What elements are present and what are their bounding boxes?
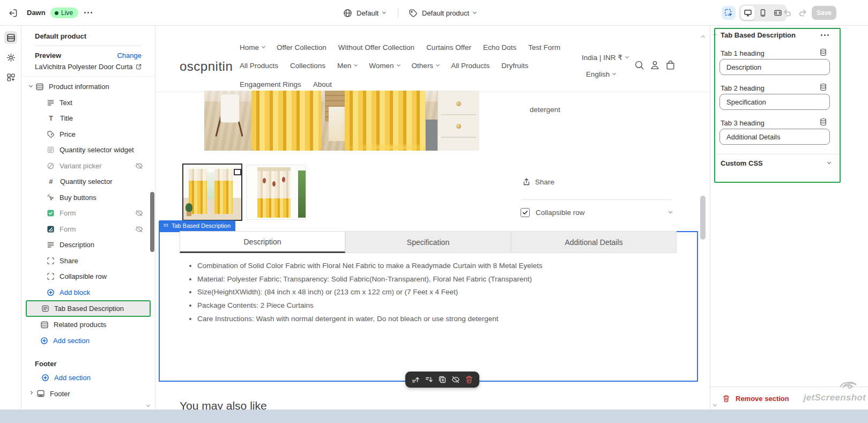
share-button[interactable]: Share [522, 177, 554, 186]
product-thumbnail-1-selected[interactable] [182, 164, 242, 221]
change-preview-link[interactable]: Change [117, 51, 142, 60]
move-down-button[interactable] [425, 375, 433, 384]
exit-icon [8, 8, 18, 18]
desktop-view-button[interactable] [741, 6, 755, 20]
duplicate-button[interactable] [438, 375, 447, 384]
collapsible-checkbox[interactable] [521, 208, 530, 217]
section-icon [40, 321, 49, 329]
nav-link[interactable]: Dryfruits [501, 62, 528, 70]
row-divider [521, 199, 672, 200]
tab2-heading-input[interactable] [719, 94, 830, 110]
theme-more-menu-button[interactable] [83, 12, 93, 13]
chevron-down-icon [262, 44, 265, 48]
tree-section-tab-based-description-selected[interactable]: Tab Based Description [26, 300, 151, 317]
tree-block-title[interactable]: T Title [21, 110, 155, 127]
tree-block-collapsible-row[interactable]: Collapsible row [21, 269, 155, 285]
tab3-heading-input[interactable] [719, 129, 830, 145]
nav-link-home[interactable]: Home [240, 43, 265, 51]
search-button[interactable] [634, 60, 645, 71]
nav-link[interactable]: Echo Dots [483, 43, 516, 51]
curtain-right [345, 91, 425, 151]
chevron-down-icon [354, 63, 358, 66]
tab-specification[interactable]: Specification [345, 231, 511, 253]
tree-section-product-information[interactable]: Product information [21, 79, 155, 95]
tab-additional-details[interactable]: Additional Details [511, 231, 677, 253]
redo-icon [798, 8, 807, 18]
dynamic-source-button[interactable] [819, 48, 827, 56]
nav-link-women[interactable]: Women [369, 62, 399, 70]
product-thumbnail-2[interactable] [246, 165, 306, 220]
mobile-view-button[interactable] [756, 6, 770, 20]
price-tag-icon [47, 130, 55, 138]
tree-section-footer[interactable]: Footer [21, 386, 155, 402]
tab3-heading-label: Tab 3 heading [721, 119, 765, 127]
nav-link[interactable]: Test Form [528, 43, 560, 51]
tree-block-quantity-selector[interactable]: # Quantity selector [21, 174, 155, 190]
tab1-heading-input[interactable] [719, 59, 830, 75]
tree-block-price[interactable]: Price [21, 127, 155, 143]
delete-block-button[interactable] [465, 375, 473, 384]
save-button[interactable]: Save [812, 6, 836, 20]
wall-frame [234, 169, 241, 175]
tree-block-form-2[interactable]: Form [21, 221, 155, 238]
account-button[interactable] [649, 60, 661, 71]
tree-block-variant-picker[interactable]: Variant picker [21, 158, 155, 174]
nav-link[interactable]: All Products [451, 62, 489, 70]
product-description-fragment: detergent [530, 106, 560, 114]
dynamic-source-button[interactable] [819, 83, 827, 91]
move-up-button[interactable] [411, 375, 420, 384]
preview-page-link[interactable]: LaVichitra Polyester Door Curtain ... [35, 63, 132, 71]
collapsible-row[interactable]: Collapsible row [521, 208, 672, 217]
tree-block-share[interactable]: Share [21, 253, 155, 269]
redo-button[interactable] [798, 8, 807, 18]
nav-link[interactable]: Engagement Rings [240, 80, 301, 88]
nav-link-others[interactable]: Others [412, 62, 440, 70]
inspector-toggle-button[interactable] [722, 6, 736, 20]
tree-block-description[interactable]: Description [21, 237, 155, 253]
preview-scroll-up-icon[interactable] [702, 31, 704, 41]
dynamic-source-button[interactable] [819, 118, 827, 126]
nav-link[interactable]: Curtains Offer [426, 43, 471, 51]
undo-button[interactable] [783, 8, 792, 18]
add-section-button[interactable]: Add section [21, 333, 155, 349]
nav-link[interactable]: About [313, 80, 332, 88]
cart-button[interactable] [665, 60, 676, 71]
block-selection-badge: Tab Based Description [159, 220, 235, 231]
section-more-menu-button[interactable] [820, 34, 829, 36]
add-block-button[interactable]: Add block [21, 285, 155, 301]
product-main-image[interactable] [204, 91, 479, 151]
hidden-eye-slash-icon[interactable] [135, 225, 143, 233]
nav-link-men[interactable]: Men [337, 62, 357, 70]
preview-mode-selector[interactable]: Default [343, 6, 385, 19]
tree-section-related-products[interactable]: Related products [21, 317, 155, 333]
exit-editor-button[interactable] [6, 6, 19, 19]
sections-rail-button[interactable] [4, 31, 17, 44]
locale-selector[interactable]: India | INR ₹ [582, 53, 628, 62]
custom-css-accordion[interactable]: Custom CSS [721, 159, 830, 167]
bullet-item: Care Instructions: Wash with normal dete… [197, 315, 687, 323]
app-embeds-rail-button[interactable] [4, 71, 17, 84]
tree-block-buy-buttons[interactable]: Buy buttons [21, 190, 155, 206]
nav-link[interactable]: Offer Collection [277, 43, 327, 51]
footer-add-section-button[interactable]: Add section [21, 370, 155, 386]
sidebar-scrollbar-thumb[interactable] [150, 192, 154, 252]
nav-link[interactable]: Without Offer Collection [338, 43, 414, 51]
tree-block-form-1[interactable]: Form [21, 205, 155, 221]
theme-settings-rail-button[interactable] [4, 51, 17, 64]
hash-icon: # [47, 178, 55, 185]
nav-link[interactable]: Collections [290, 62, 325, 70]
tree-block-quantity-selector-widget[interactable]: Quantity selector widget [21, 142, 155, 158]
page-selector[interactable]: Default product [409, 6, 476, 19]
hidden-eye-slash-icon[interactable] [135, 162, 143, 170]
curtain-left [251, 91, 321, 151]
hidden-eye-slash-icon[interactable] [135, 209, 143, 217]
tree-block-text[interactable]: Text [21, 95, 155, 111]
nav-link[interactable]: All Products [240, 62, 278, 70]
description-tabs: Description Specification Additional Det… [180, 231, 677, 253]
preview-scrollbar-thumb[interactable] [700, 196, 706, 240]
hide-block-button[interactable] [451, 375, 460, 384]
tab-description[interactable]: Description [180, 231, 345, 253]
store-logo[interactable]: oscpnitin [180, 59, 233, 74]
sidebar-scroll-down-icon[interactable] [147, 400, 150, 408]
language-selector[interactable]: English [586, 70, 615, 78]
